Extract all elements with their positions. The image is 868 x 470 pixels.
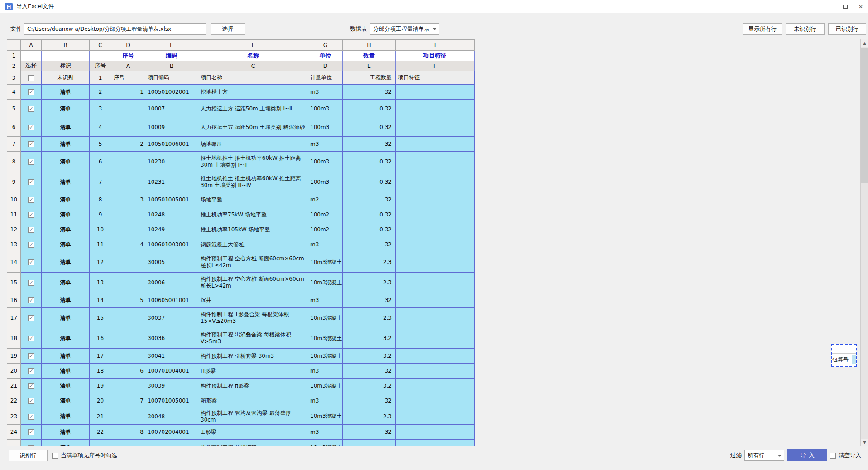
- tag-cell[interactable]: 清单: [42, 425, 90, 440]
- tag-cell[interactable]: 清单: [42, 393, 90, 408]
- tag-cell[interactable]: 清单: [42, 192, 90, 207]
- import-button[interactable]: 导入: [787, 449, 827, 461]
- row-number[interactable]: 21: [7, 379, 21, 393]
- row-checkbox[interactable]: [28, 414, 34, 420]
- row-number[interactable]: 11: [7, 207, 21, 222]
- row-number[interactable]: 22: [7, 393, 21, 408]
- vertical-scrollbar[interactable]: ▲ ▼: [860, 39, 868, 446]
- tag-cell[interactable]: 清单: [42, 152, 90, 172]
- row-checkbox[interactable]: [28, 212, 34, 218]
- tag-cell[interactable]: 清单: [42, 293, 90, 308]
- row-number[interactable]: 20: [7, 364, 21, 379]
- row-number[interactable]: 6: [7, 118, 21, 137]
- tag-cell[interactable]: 清单: [42, 349, 90, 364]
- column-letter-H[interactable]: H: [343, 40, 396, 51]
- row-checkbox[interactable]: [28, 227, 34, 233]
- row-number[interactable]: 8: [7, 152, 21, 172]
- clear-import-checkbox-label[interactable]: 清空导入: [839, 452, 861, 460]
- row-number[interactable]: 15: [7, 273, 21, 293]
- row-checkbox[interactable]: [28, 353, 34, 359]
- scroll-down-icon[interactable]: ▼: [861, 439, 868, 446]
- row-number[interactable]: 19: [7, 349, 21, 364]
- clear-import-checkbox[interactable]: [830, 453, 836, 459]
- restore-window-button[interactable]: [838, 0, 853, 13]
- unrecognized-rows-button[interactable]: 未识别行: [786, 23, 825, 35]
- row-number[interactable]: 5: [7, 100, 21, 118]
- tag-cell[interactable]: 清单: [42, 308, 90, 328]
- datasheet-select[interactable]: 分部分项工程量清单表: [370, 23, 439, 35]
- row-number[interactable]: 7: [7, 137, 21, 152]
- column-letter-E[interactable]: E: [145, 40, 198, 51]
- row-checkbox[interactable]: [28, 106, 34, 112]
- row-number[interactable]: 25: [7, 440, 21, 447]
- row-checkbox[interactable]: [28, 242, 34, 248]
- tag-cell[interactable]: 清单: [42, 222, 90, 237]
- tag-cell[interactable]: 清单: [42, 440, 90, 447]
- row-number[interactable]: 2: [7, 61, 21, 71]
- tag-cell[interactable]: 清单: [42, 408, 90, 425]
- row-number[interactable]: 16: [7, 293, 21, 308]
- column-letter-A[interactable]: A: [21, 40, 42, 51]
- row-checkbox[interactable]: [28, 445, 34, 447]
- tag-cell[interactable]: 清单: [42, 273, 90, 293]
- row-checkbox[interactable]: [28, 429, 34, 435]
- column-letter-B[interactable]: B: [42, 40, 90, 51]
- file-path-input[interactable]: [24, 23, 206, 35]
- tag-cell[interactable]: 清单: [42, 118, 90, 137]
- row-checkbox[interactable]: [28, 368, 34, 374]
- row-number[interactable]: 9: [7, 172, 21, 192]
- row-checkbox[interactable]: [28, 280, 34, 286]
- tag-cell[interactable]: 清单: [42, 172, 90, 192]
- column-letter-G[interactable]: G: [308, 40, 343, 51]
- row-number[interactable]: 23: [7, 408, 21, 425]
- scroll-up-icon[interactable]: ▲: [861, 39, 868, 47]
- recognize-rows-button[interactable]: 识别行: [9, 450, 48, 461]
- row-checkbox[interactable]: [28, 398, 34, 404]
- row-number[interactable]: 10: [7, 192, 21, 207]
- row-checkbox[interactable]: [28, 297, 34, 303]
- tag-cell[interactable]: 清单: [42, 252, 90, 273]
- no-seq-checkbox[interactable]: [52, 453, 58, 459]
- row-checkbox[interactable]: [28, 197, 34, 203]
- column-letter-I[interactable]: I: [396, 40, 475, 51]
- tag-cell[interactable]: 清单: [42, 379, 90, 393]
- row-checkbox[interactable]: [28, 179, 34, 185]
- row-number[interactable]: 14: [7, 252, 21, 273]
- tag-cell[interactable]: 未识别: [42, 71, 90, 85]
- tag-cell[interactable]: 清单: [42, 207, 90, 222]
- row-number[interactable]: 12: [7, 222, 21, 237]
- row-checkbox[interactable]: [28, 336, 34, 341]
- close-button[interactable]: ✕: [853, 0, 868, 13]
- filter-select[interactable]: 所有行: [744, 450, 784, 461]
- recognized-rows-button[interactable]: 已识别行: [828, 23, 866, 35]
- column-letter-F[interactable]: F: [198, 40, 308, 51]
- row-number[interactable]: 18: [7, 328, 21, 349]
- scrollbar-thumb[interactable]: [861, 48, 868, 183]
- row-checkbox[interactable]: [28, 315, 34, 321]
- row-checkbox[interactable]: [28, 141, 34, 147]
- tag-cell[interactable]: 清单: [42, 100, 90, 118]
- row-number[interactable]: 3: [7, 71, 21, 85]
- show-all-rows-button[interactable]: 显示所有行: [743, 23, 782, 35]
- column-letter-C[interactable]: C: [90, 40, 111, 51]
- tag-cell[interactable]: 清单: [42, 237, 90, 252]
- row-checkbox[interactable]: [28, 383, 34, 389]
- choose-file-button[interactable]: 选择: [211, 23, 245, 35]
- row-checkbox[interactable]: [28, 259, 34, 265]
- tag-cell[interactable]: 清单: [42, 328, 90, 349]
- tag-cell[interactable]: 清单: [42, 364, 90, 379]
- column-letter-D[interactable]: D: [111, 40, 145, 51]
- drag-preview-box[interactable]: 包算号: [831, 344, 857, 367]
- row-number[interactable]: 13: [7, 237, 21, 252]
- row-checkbox[interactable]: [28, 75, 34, 81]
- tag-cell[interactable]: 清单: [42, 85, 90, 100]
- row-number[interactable]: 24: [7, 425, 21, 440]
- corner-cell[interactable]: [7, 40, 21, 51]
- no-seq-checkbox-label[interactable]: 当清单项无序号时勾选: [61, 452, 117, 460]
- tag-cell[interactable]: 清单: [42, 137, 90, 152]
- row-checkbox[interactable]: [28, 125, 34, 130]
- row-checkbox[interactable]: [28, 89, 34, 95]
- row-number[interactable]: 4: [7, 85, 21, 100]
- row-number[interactable]: 17: [7, 308, 21, 328]
- row-checkbox[interactable]: [28, 159, 34, 165]
